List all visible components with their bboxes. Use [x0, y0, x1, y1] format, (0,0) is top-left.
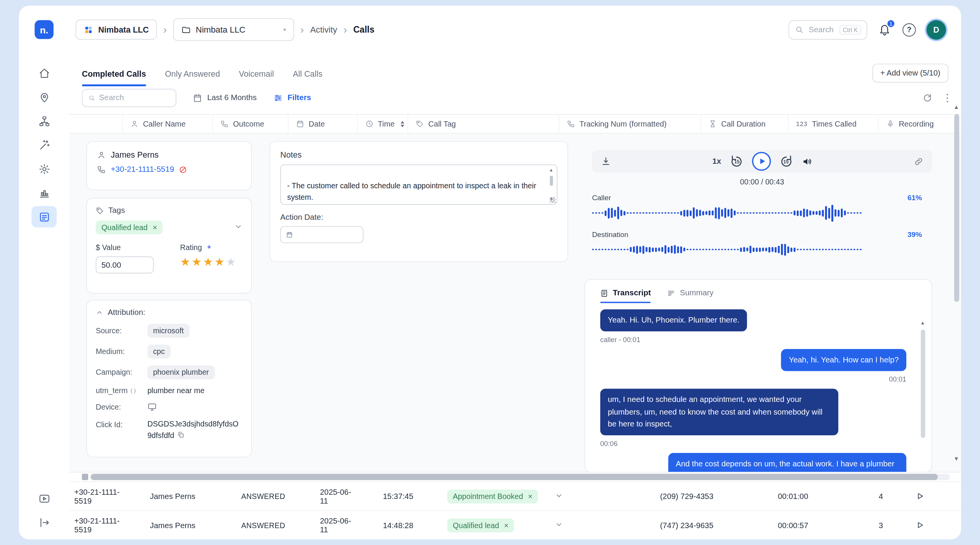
col-outcome[interactable]: Outcome [213, 115, 288, 133]
view-tabs-row: Completed Calls Only Answered Voicemail … [69, 54, 961, 86]
sidebar-item-call-log[interactable] [31, 206, 57, 227]
add-view-button[interactable]: + Add view (5/10) [872, 64, 949, 82]
rating-stars[interactable]: ★★★★★ [180, 255, 237, 269]
block-number-icon[interactable] [179, 165, 187, 173]
breadcrumb-activity[interactable]: Activity [310, 25, 337, 35]
tags-select[interactable]: Qualified lead × [96, 221, 243, 234]
tab-all-calls[interactable]: All Calls [293, 69, 322, 86]
action-date-field[interactable] [297, 230, 358, 239]
scrollbar-corner [82, 474, 88, 480]
tab-transcript[interactable]: Transcript [600, 288, 651, 303]
tag-chip[interactable]: Qualified lead × [447, 518, 514, 532]
col-time[interactable]: Time [358, 115, 408, 133]
tab-summary[interactable]: Summary [667, 288, 714, 303]
folder-icon [181, 25, 191, 35]
copy-icon[interactable] [177, 431, 184, 439]
medium-value: cpc [147, 345, 170, 359]
col-call-duration[interactable]: Call Duration [701, 115, 788, 133]
rating-label: Rating [180, 243, 202, 252]
volume-icon[interactable] [802, 156, 812, 167]
tag-chip[interactable]: Qualified lead × [96, 221, 163, 234]
help-button[interactable]: ? [903, 23, 916, 36]
row-time: 15:37:45 [359, 492, 413, 501]
refresh-icon[interactable] [923, 93, 932, 102]
tab-only-answered[interactable]: Only Answered [165, 69, 220, 86]
hscroll-thumb[interactable] [91, 474, 938, 480]
tab-completed-calls[interactable]: Completed Calls [82, 69, 146, 86]
play-button[interactable] [752, 152, 771, 171]
playback-speed-button[interactable]: 1x [712, 157, 721, 166]
numeric-icon: 123 [796, 120, 807, 127]
caller-talk-percent: 61% [908, 194, 922, 202]
table-search[interactable] [82, 89, 176, 107]
caller-waveform[interactable] [592, 202, 863, 224]
transcript-scrollbar[interactable]: ▲ [919, 320, 926, 467]
org-switcher[interactable]: Nimbata LLC [76, 20, 157, 40]
audio-player: 1x 15 15 [592, 150, 932, 173]
tags-label-row: Tags [96, 206, 243, 215]
action-date-input[interactable] [280, 226, 363, 243]
destination-waveform[interactable] [592, 238, 863, 261]
table-row[interactable]: +30-21-1111-5519 James Perns ANSWERED 20… [69, 510, 961, 540]
table-row[interactable]: +30-21-1111-5519 James Perns ANSWERED 20… [69, 481, 961, 510]
filters-label: Filters [288, 93, 311, 102]
sidebar-item-reports[interactable] [31, 182, 57, 204]
download-icon[interactable] [601, 156, 611, 166]
chevron-down-icon[interactable] [234, 222, 242, 232]
contact-card: James Perns +30-21-1111-5519 [86, 141, 252, 190]
notes-text: - The customer called to schedule an app… [287, 181, 536, 205]
tab-voicemail[interactable]: Voicemail [239, 69, 274, 86]
value-input[interactable] [96, 257, 154, 273]
notes-textarea[interactable]: - The customer called to schedule an app… [280, 165, 557, 205]
col-call-tag[interactable]: Call Tag [408, 115, 559, 133]
remove-tag-icon[interactable]: × [153, 223, 157, 232]
skip-forward-15-icon[interactable]: 15 [779, 154, 794, 169]
sidebar-item-home[interactable] [31, 63, 57, 84]
filters-button[interactable]: Filters [273, 93, 311, 102]
notifications-button[interactable]: 1 [878, 23, 892, 36]
date-range-filter[interactable]: Last 6 Months [193, 93, 257, 102]
play-recording-icon[interactable] [915, 491, 924, 501]
more-options-icon[interactable]: ⋮ [942, 92, 952, 104]
col-tracking-num[interactable]: Tracking Num (formatted) [559, 115, 701, 133]
col-date[interactable]: Date [288, 115, 358, 133]
sort-icon[interactable] [400, 121, 404, 127]
table-search-input[interactable] [99, 93, 170, 102]
skip-back-15-icon[interactable]: 15 [729, 154, 744, 169]
tag-chip[interactable]: Appointment Booked × [447, 489, 538, 503]
global-search[interactable]: Search Ctrl K [789, 20, 867, 40]
sidebar-item-settings[interactable] [31, 158, 57, 179]
col-caller-name[interactable]: Caller Name [123, 115, 213, 133]
row-times-called: 3 [809, 521, 888, 530]
play-recording-icon[interactable] [915, 520, 924, 530]
hscroll-track[interactable] [90, 474, 950, 480]
sidebar-item-routing[interactable] [31, 110, 57, 132]
attribution-header[interactable]: Attribution: [96, 308, 243, 317]
remove-tag-icon[interactable]: × [528, 492, 533, 501]
source-value: microsoft [147, 324, 189, 338]
vscroll-thumb[interactable] [954, 114, 959, 302]
chevron-down-icon[interactable] [555, 520, 563, 530]
caller-wave-header: Caller 61% [592, 194, 922, 202]
share-link-icon[interactable] [914, 156, 924, 166]
sidebar-item-tutorials[interactable] [31, 487, 57, 509]
user-avatar[interactable]: D [926, 20, 946, 40]
sidebar-collapse-button[interactable] [31, 512, 57, 533]
resize-handle-icon[interactable] [550, 197, 556, 203]
attribution-title: Attribution: [108, 308, 145, 317]
attribution-row-source: Source: microsoft [96, 324, 243, 338]
contact-phone[interactable]: +30-21-1111-5519 [111, 165, 174, 174]
sidebar-item-automation[interactable] [31, 134, 57, 156]
row-call-tag: Qualified lead × [413, 518, 567, 532]
tab-label: Transcript [613, 288, 651, 297]
call-rows: +30-21-1111-5519 James Perns ANSWERED 20… [69, 481, 961, 539]
sidebar-item-locations[interactable] [31, 86, 57, 108]
remove-tag-icon[interactable]: × [504, 521, 509, 530]
chevron-down-icon[interactable] [555, 491, 563, 501]
workspace-selector[interactable]: Nimbata LLC [173, 18, 294, 41]
app-logo[interactable]: n. [35, 20, 53, 39]
col-times-called[interactable]: 123 Times Called [789, 115, 879, 133]
row-date: 2025-06-11 [293, 487, 359, 505]
vertical-scrollbar[interactable]: ▲▼ [952, 104, 960, 462]
col-recording[interactable]: Recording [879, 115, 951, 133]
